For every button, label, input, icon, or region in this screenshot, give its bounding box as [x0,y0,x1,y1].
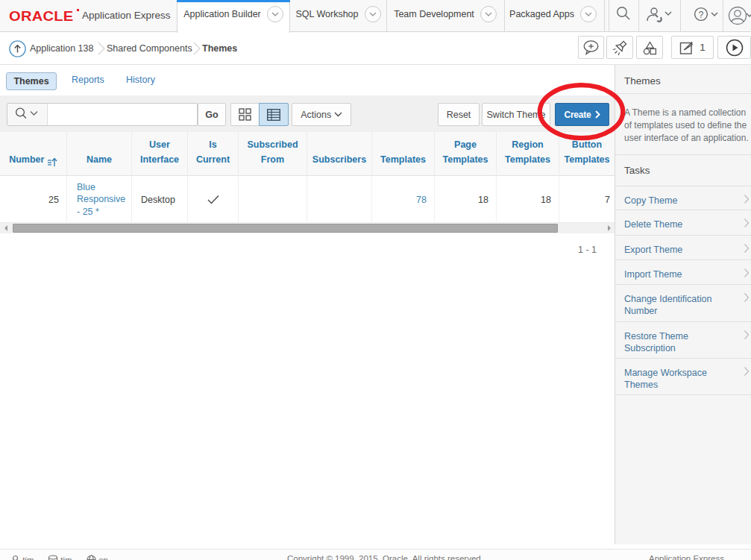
svg-text:?: ? [698,9,703,19]
